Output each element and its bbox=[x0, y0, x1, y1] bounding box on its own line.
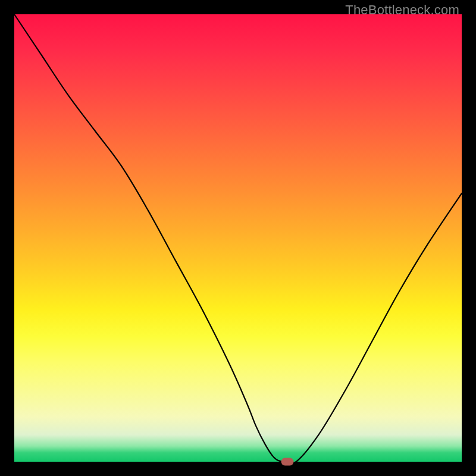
chart-plot-area bbox=[14, 14, 462, 462]
bottleneck-curve bbox=[14, 14, 462, 462]
curve-path bbox=[14, 14, 462, 464]
chart-frame: TheBottleneck.com bbox=[0, 0, 476, 476]
optimal-point-marker bbox=[281, 458, 293, 466]
